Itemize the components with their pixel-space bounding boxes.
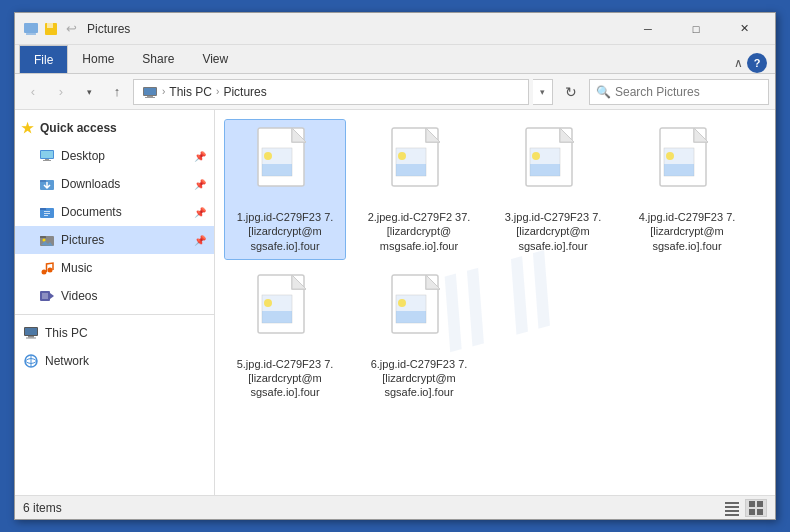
svg-rect-61 <box>396 311 426 323</box>
file-icon-4 <box>652 126 722 206</box>
svg-rect-15 <box>40 208 46 210</box>
svg-rect-64 <box>725 506 739 508</box>
tab-home[interactable]: Home <box>68 45 128 73</box>
svg-rect-5 <box>144 88 156 95</box>
videos-icon <box>39 288 55 304</box>
svg-rect-0 <box>24 23 38 33</box>
sidebar-item-pictures[interactable]: Pictures 📌 <box>15 226 214 254</box>
sidebar: ★ Quick access Desktop 📌 Downloads 📌 Doc… <box>15 110 215 495</box>
sidebar-label-quick-access: Quick access <box>40 121 117 135</box>
svg-rect-66 <box>725 514 739 516</box>
address-dropdown-button[interactable]: ▾ <box>533 79 553 105</box>
maximize-button[interactable]: □ <box>673 13 719 45</box>
title-bar-system-icons: ↩ <box>23 21 79 37</box>
sidebar-label-pictures: Pictures <box>61 233 104 247</box>
file-item[interactable]: 1.jpg.id-C279F23 7.[lizardcrypt@m sgsafe… <box>225 120 345 259</box>
window-controls: ─ □ ✕ <box>625 13 767 45</box>
pin-icon-pictures: 📌 <box>194 235 206 246</box>
sidebar-item-this-pc[interactable]: This PC <box>15 319 214 347</box>
quick-access-icon[interactable] <box>23 21 39 37</box>
pictures-folder-icon <box>39 232 55 248</box>
star-icon: ★ <box>21 120 34 136</box>
path-pictures[interactable]: Pictures <box>223 85 266 99</box>
svg-rect-63 <box>725 502 739 504</box>
svg-rect-26 <box>42 293 48 299</box>
pin-icon-downloads: 📌 <box>194 179 206 190</box>
svg-rect-9 <box>41 151 53 158</box>
title-bar: ↩ Pictures ─ □ ✕ <box>15 13 775 45</box>
list-view-button[interactable] <box>721 499 743 517</box>
path-this-pc[interactable]: This PC <box>169 85 212 99</box>
sidebar-label-music: Music <box>61 261 92 275</box>
svg-rect-16 <box>44 211 50 212</box>
svg-rect-7 <box>145 97 155 98</box>
sidebar-item-videos[interactable]: Videos <box>15 282 214 310</box>
file-explorer-window: ↩ Pictures ─ □ ✕ File Home Share View ∧ … <box>14 12 776 520</box>
sidebar-item-documents[interactable]: Documents 📌 <box>15 198 214 226</box>
window-title: Pictures <box>87 22 625 36</box>
ribbon-collapse-btn[interactable]: ∧ <box>734 56 743 70</box>
search-input[interactable] <box>615 85 762 99</box>
tab-view[interactable]: View <box>188 45 242 73</box>
undo-icon[interactable]: ↩ <box>63 21 79 37</box>
svg-rect-65 <box>725 510 739 512</box>
file-item[interactable]: 2.jpeg.id-C279F2 37.[lizardcrypt@ msgsaf… <box>359 120 479 259</box>
music-icon <box>39 260 55 276</box>
this-pc-icon <box>142 84 158 100</box>
sidebar-item-quick-access[interactable]: ★ Quick access <box>15 114 214 142</box>
svg-rect-29 <box>28 336 34 338</box>
pin-icon-documents: 📌 <box>194 207 206 218</box>
svg-point-47 <box>532 152 540 160</box>
content-area: // // 1.jpg.id-C279F <box>215 110 775 495</box>
search-box[interactable]: 🔍 <box>589 79 769 105</box>
file-name-4: 4.jpg.id-C279F23 7.[lizardcrypt@m sgsafe… <box>631 210 743 253</box>
svg-point-23 <box>48 268 53 273</box>
svg-marker-25 <box>50 293 54 299</box>
this-pc-sidebar-icon <box>23 325 39 341</box>
close-button[interactable]: ✕ <box>721 13 767 45</box>
svg-rect-18 <box>44 215 48 216</box>
sidebar-item-music[interactable]: Music <box>15 254 214 282</box>
sidebar-item-downloads[interactable]: Downloads 📌 <box>15 170 214 198</box>
tab-share[interactable]: Share <box>128 45 188 73</box>
tab-file[interactable]: File <box>19 45 68 73</box>
svg-rect-28 <box>25 328 37 335</box>
desktop-icon <box>39 148 55 164</box>
file-item[interactable]: 6.jpg.id-C279F23 7.[lizardcrypt@m sgsafe… <box>359 267 479 406</box>
help-button[interactable]: ? <box>747 53 767 73</box>
svg-point-52 <box>666 152 674 160</box>
item-count: 6 items <box>23 501 62 515</box>
ribbon-tabs: File Home Share View ∧ ? <box>15 45 775 73</box>
file-name-1: 1.jpg.id-C279F23 7.[lizardcrypt@m sgsafe… <box>229 210 341 253</box>
sidebar-label-this-pc: This PC <box>45 326 88 340</box>
svg-rect-13 <box>40 180 46 182</box>
sidebar-item-network[interactable]: Network <box>15 347 214 375</box>
file-name-5: 5.jpg.id-C279F23 7.[lizardcrypt@m sgsafe… <box>229 357 341 400</box>
view-controls <box>721 499 767 517</box>
file-item[interactable]: 3.jpg.id-C279F23 7.[lizardcrypt@m sgsafe… <box>493 120 613 259</box>
address-path[interactable]: › This PC › Pictures <box>133 79 529 105</box>
dropdown-history-button[interactable]: ▾ <box>77 80 101 104</box>
refresh-button[interactable]: ↻ <box>557 79 585 105</box>
back-button[interactable]: ‹ <box>21 80 45 104</box>
file-name-2: 2.jpeg.id-C279F2 37.[lizardcrypt@ msgsaf… <box>363 210 475 253</box>
file-item[interactable]: 4.jpg.id-C279F23 7.[lizardcrypt@m sgsafe… <box>627 120 747 259</box>
network-icon <box>23 353 39 369</box>
svg-rect-17 <box>44 213 50 214</box>
sidebar-label-network: Network <box>45 354 89 368</box>
grid-view-button[interactable] <box>745 499 767 517</box>
path-sep-1: › <box>162 86 165 97</box>
sidebar-item-desktop[interactable]: Desktop 📌 <box>15 142 214 170</box>
svg-rect-56 <box>262 311 292 323</box>
save-icon[interactable] <box>43 21 59 37</box>
file-item[interactable]: 5.jpg.id-C279F23 7.[lizardcrypt@m sgsafe… <box>225 267 345 406</box>
sidebar-label-documents: Documents <box>61 205 122 219</box>
minimize-button[interactable]: ─ <box>625 13 671 45</box>
svg-rect-69 <box>749 509 755 515</box>
files-grid: 1.jpg.id-C279F23 7.[lizardcrypt@m sgsafe… <box>225 120 765 406</box>
svg-rect-51 <box>664 164 694 176</box>
up-button[interactable]: ↑ <box>105 80 129 104</box>
forward-button[interactable]: › <box>49 80 73 104</box>
file-icon-2 <box>384 126 454 206</box>
svg-rect-1 <box>26 33 36 35</box>
